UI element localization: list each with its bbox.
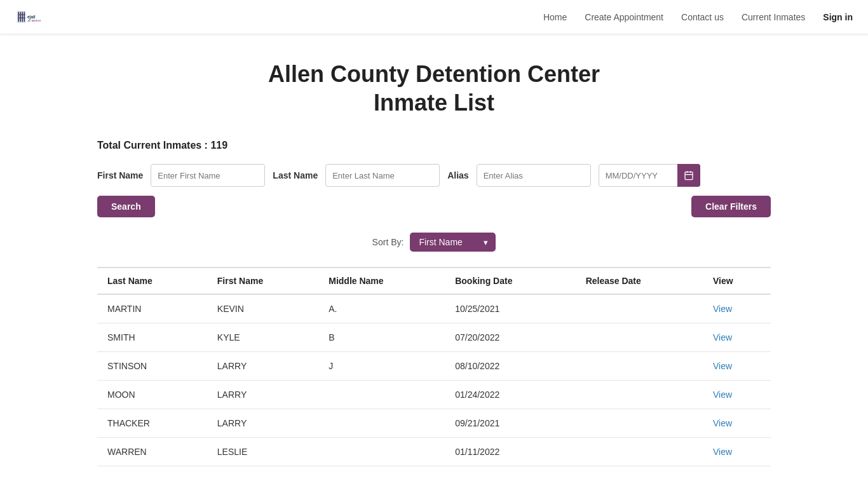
cell-releasedate: [576, 294, 703, 323]
cell-bookingdate: 01/24/2022: [445, 381, 575, 409]
nav-links: Home Create Appointment Contact us Curre…: [543, 12, 853, 22]
calendar-button[interactable]: [677, 164, 700, 187]
create-appointment-link[interactable]: Create Appointment: [585, 12, 663, 22]
lastname-input[interactable]: [325, 164, 440, 187]
navbar: ejail JAIL MANAGEMENT SOLUTIONS Home Cre…: [0, 0, 868, 34]
current-inmates-link[interactable]: Current Inmates: [742, 12, 805, 22]
cell-lastname: STINSON: [97, 352, 207, 381]
inmate-table: Last Name First Name Middle Name Booking…: [97, 267, 771, 466]
cell-releasedate: [576, 438, 703, 466]
cell-middlename: [318, 438, 445, 466]
cell-firstname: KEVIN: [207, 294, 318, 323]
col-firstname: First Name: [207, 268, 318, 294]
svg-rect-5: [18, 14, 25, 15]
cell-bookingdate: 09/21/2021: [445, 409, 575, 438]
cell-releasedate: [576, 409, 703, 438]
ejail-logo-icon: ejail JAIL MANAGEMENT SOLUTIONS: [15, 4, 41, 30]
lastname-label: Last Name: [273, 170, 318, 180]
page-title: Allen County Detention Center Inmate Lis…: [97, 60, 771, 117]
cell-middlename: J: [318, 352, 445, 381]
cell-view: View: [703, 381, 771, 409]
search-button[interactable]: Search: [97, 196, 155, 217]
cell-releasedate: [576, 323, 703, 352]
brand: ejail JAIL MANAGEMENT SOLUTIONS: [15, 4, 41, 30]
table-row: STINSON LARRY J 08/10/2022 View: [97, 352, 771, 381]
cell-view: View: [703, 323, 771, 352]
cell-view: View: [703, 294, 771, 323]
cell-middlename: [318, 409, 445, 438]
table-row: SMITH KYLE B 07/20/2022 View: [97, 323, 771, 352]
view-link[interactable]: View: [713, 418, 732, 428]
col-releasedate: Release Date: [576, 268, 703, 294]
cell-view: View: [703, 409, 771, 438]
table-row: THACKER LARRY 09/21/2021 View: [97, 409, 771, 438]
svg-rect-2: [20, 11, 22, 22]
main-content: Allen County Detention Center Inmate Lis…: [85, 34, 783, 479]
cell-firstname: LARRY: [207, 409, 318, 438]
firstname-label: First Name: [97, 170, 143, 180]
cell-lastname: MOON: [97, 381, 207, 409]
col-view: View: [703, 268, 771, 294]
table-body: MARTIN KEVIN A. 10/25/2021 View SMITH KY…: [97, 294, 771, 466]
sort-dropdown-wrapper: First Name Last Name Booking Date Releas…: [410, 233, 496, 252]
page-title-block: Allen County Detention Center Inmate Lis…: [97, 60, 771, 117]
alias-label: Alias: [447, 170, 468, 180]
table-header: Last Name First Name Middle Name Booking…: [97, 268, 771, 294]
calendar-icon: [684, 170, 694, 180]
svg-text:JAIL MANAGEMENT SOLUTIONS: JAIL MANAGEMENT SOLUTIONS: [27, 19, 41, 22]
home-link[interactable]: Home: [543, 12, 567, 22]
cell-lastname: WARREN: [97, 438, 207, 466]
svg-rect-1: [18, 11, 20, 22]
cell-bookingdate: 08/10/2022: [445, 352, 575, 381]
total-count: Total Current Inmates : 119: [97, 140, 771, 151]
cell-firstname: KYLE: [207, 323, 318, 352]
firstname-input[interactable]: [151, 164, 265, 187]
col-bookingdate: Booking Date: [445, 268, 575, 294]
svg-rect-9: [685, 172, 693, 180]
cell-middlename: [318, 381, 445, 409]
cell-view: View: [703, 438, 771, 466]
view-link[interactable]: View: [713, 390, 732, 400]
cell-bookingdate: 07/20/2022: [445, 323, 575, 352]
filter-row: First Name Last Name Alias: [97, 164, 771, 187]
cell-lastname: SMITH: [97, 323, 207, 352]
svg-text:ejail: ejail: [27, 14, 36, 19]
cell-middlename: A.: [318, 294, 445, 323]
cell-bookingdate: 10/25/2021: [445, 294, 575, 323]
table-row: WARREN LESLIE 01/11/2022 View: [97, 438, 771, 466]
table-row: MOON LARRY 01/24/2022 View: [97, 381, 771, 409]
cell-releasedate: [576, 352, 703, 381]
button-row: Search Clear Filters: [97, 196, 771, 217]
view-link[interactable]: View: [713, 304, 732, 314]
table-row: MARTIN KEVIN A. 10/25/2021 View: [97, 294, 771, 323]
view-link[interactable]: View: [713, 447, 732, 457]
cell-lastname: THACKER: [97, 409, 207, 438]
col-middlename: Middle Name: [318, 268, 445, 294]
cell-lastname: MARTIN: [97, 294, 207, 323]
svg-rect-3: [22, 11, 24, 22]
cell-firstname: LARRY: [207, 352, 318, 381]
signin-link[interactable]: Sign in: [823, 12, 853, 22]
cell-middlename: B: [318, 323, 445, 352]
alias-input[interactable]: [477, 164, 591, 187]
view-link[interactable]: View: [713, 332, 732, 342]
sort-dropdown[interactable]: First Name Last Name Booking Date Releas…: [410, 233, 496, 252]
contact-us-link[interactable]: Contact us: [681, 12, 724, 22]
col-lastname: Last Name: [97, 268, 207, 294]
cell-view: View: [703, 352, 771, 381]
sort-label: Sort By:: [372, 237, 404, 247]
cell-releasedate: [576, 381, 703, 409]
cell-bookingdate: 01/11/2022: [445, 438, 575, 466]
date-wrapper: [599, 164, 700, 187]
clear-filters-button[interactable]: Clear Filters: [691, 196, 771, 217]
cell-firstname: LARRY: [207, 381, 318, 409]
cell-firstname: LESLIE: [207, 438, 318, 466]
svg-rect-4: [24, 11, 25, 22]
sort-row: Sort By: First Name Last Name Booking Da…: [97, 233, 771, 252]
view-link[interactable]: View: [713, 361, 732, 371]
svg-rect-6: [18, 17, 25, 18]
table-header-row: Last Name First Name Middle Name Booking…: [97, 268, 771, 294]
